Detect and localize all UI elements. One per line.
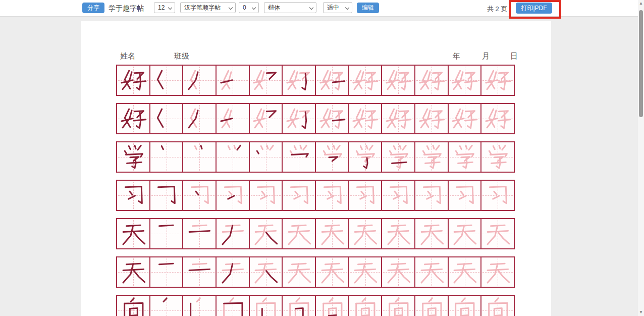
character-glyph-好 (119, 67, 148, 93)
practice-cell (250, 257, 283, 287)
practice-cell (183, 257, 217, 287)
practice-cell (217, 104, 250, 133)
character-glyph-好 (483, 105, 513, 132)
class-label: 班级 (174, 51, 189, 61)
character-glyph-向 (384, 297, 413, 316)
toolbar: 分享 学于趣字帖 12 汉字笔顺字帖 0 楷体 (0, 0, 644, 17)
character-glyph-向 (483, 297, 513, 316)
practice-cell (449, 104, 482, 133)
worksheet-page: 姓名 班级 年 月 日 (81, 21, 551, 316)
spacing-select[interactable]: 0 (239, 2, 259, 13)
practice-cell (449, 296, 482, 316)
character-glyph-学 (251, 143, 281, 170)
practice-cell (481, 181, 514, 210)
font-select[interactable]: 楷体 (264, 2, 316, 13)
share-button[interactable]: 分享 (82, 3, 104, 13)
model-cell (117, 296, 150, 316)
character-glyph-学 (450, 143, 479, 170)
practice-cell (449, 66, 482, 95)
character-glyph-学 (417, 143, 447, 170)
practice-cell (250, 142, 283, 172)
font-size-select-wrap: 12 (154, 2, 175, 13)
character-glyph-向 (251, 297, 281, 316)
practice-cell (316, 257, 349, 287)
character-glyph-天 (450, 220, 479, 247)
character-glyph-向 (284, 297, 314, 316)
density-select[interactable]: 适中 (323, 2, 352, 13)
scroll-down-icon[interactable]: ▼ (638, 309, 644, 316)
print-pdf-button[interactable]: 打印|PDF (516, 3, 552, 14)
practice-cell (217, 181, 250, 210)
character-glyph-习 (284, 182, 314, 208)
practice-cell (382, 142, 415, 172)
edit-button[interactable]: 编辑 (357, 3, 379, 13)
practice-cell (449, 219, 482, 248)
practice-cell (250, 296, 283, 316)
practice-cell (283, 257, 316, 287)
character-glyph-天 (251, 220, 281, 247)
character-glyph-天 (384, 220, 413, 247)
character-glyph-向 (317, 297, 347, 316)
character-glyph-好 (483, 67, 513, 93)
character-glyph-好 (450, 105, 479, 132)
app-window: 分享 学于趣字帖 12 汉字笔顺字帖 0 楷体 (0, 0, 644, 316)
practice-cell (415, 104, 449, 133)
vertical-scrollbar[interactable]: ▲ ▼ (638, 0, 644, 316)
practice-cell (349, 296, 383, 316)
practice-cell (481, 66, 514, 95)
practice-cell (481, 219, 514, 248)
practice-cell (283, 219, 316, 248)
character-glyph-习 (417, 182, 447, 208)
practice-grid (116, 65, 515, 316)
character-glyph-好 (151, 67, 181, 93)
character-glyph-天 (185, 220, 214, 247)
character-glyph-天 (417, 258, 447, 285)
practice-cell (217, 257, 250, 287)
character-glyph-天 (119, 220, 148, 247)
practice-cell (183, 104, 217, 133)
scroll-up-icon[interactable]: ▲ (638, 0, 644, 7)
practice-cell (283, 66, 316, 95)
practice-cell (183, 66, 217, 95)
practice-cell (283, 181, 316, 210)
character-glyph-天 (350, 258, 380, 285)
practice-cell (382, 181, 415, 210)
character-glyph-习 (119, 182, 148, 208)
character-glyph-好 (151, 105, 181, 132)
template-select[interactable]: 汉字笔顺字帖 (180, 2, 236, 13)
model-cell (117, 142, 150, 172)
character-glyph-好 (350, 105, 380, 132)
font-size-select[interactable]: 12 (154, 2, 175, 13)
practice-cell (150, 219, 184, 248)
character-glyph-向 (417, 297, 447, 316)
site-title: 学于趣字帖 (109, 4, 144, 13)
practice-cell (349, 66, 383, 95)
practice-cell (415, 257, 449, 287)
practice-cell (150, 66, 184, 95)
character-glyph-学 (119, 143, 148, 170)
practice-cell (217, 296, 250, 316)
practice-cell (316, 296, 349, 316)
model-cell (117, 66, 150, 95)
scrollbar-thumb[interactable] (639, 10, 643, 117)
practice-cell (150, 142, 184, 172)
practice-cell (316, 181, 349, 210)
character-glyph-好 (218, 67, 248, 93)
character-glyph-天 (384, 258, 413, 285)
character-glyph-习 (350, 182, 380, 208)
character-glyph-天 (483, 220, 513, 247)
character-glyph-好 (251, 105, 281, 132)
practice-cell (481, 142, 514, 172)
character-glyph-天 (450, 258, 479, 285)
practice-cell (349, 142, 383, 172)
character-glyph-习 (151, 182, 181, 208)
practice-cell (283, 104, 316, 133)
practice-cell (183, 296, 217, 316)
character-glyph-天 (284, 220, 314, 247)
practice-cell (349, 104, 383, 133)
character-glyph-好 (251, 67, 281, 93)
practice-cell (481, 296, 514, 316)
practice-cell (283, 142, 316, 172)
character-glyph-天 (350, 220, 380, 247)
character-glyph-好 (417, 67, 447, 93)
